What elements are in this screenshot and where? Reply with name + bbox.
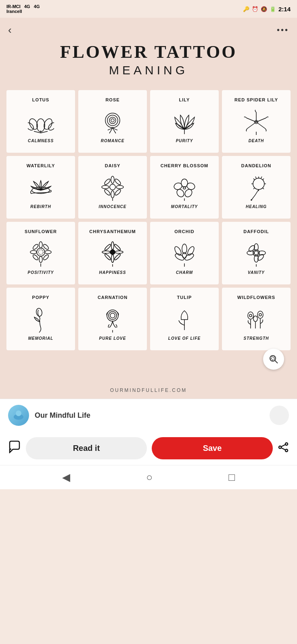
flower-meaning-daffodil: VANITY [248,270,265,275]
profile-area: Our Mindful Life [0,399,297,431]
svg-point-3 [28,121,35,131]
svg-line-102 [275,360,278,363]
svg-point-11 [111,119,114,122]
flower-name-poppy: POPPY [32,292,50,303]
flower-meaning-red-spider-lily: DEATH [249,139,264,143]
flower-svg-carnation [98,305,127,334]
flower-name-orchid: ORCHID [174,226,194,237]
flower-meaning-carnation: PURE LOVE [99,336,126,341]
svg-point-64 [102,251,110,253]
flower-meaning-lily: PURITY [176,139,193,143]
svg-point-65 [115,251,123,253]
svg-point-95 [249,314,252,317]
svg-point-73 [186,245,195,256]
svg-line-110 [281,448,285,450]
bell-off-icon: 🔕 [261,6,267,12]
flower-name-dandelion: DANDELION [241,160,271,171]
flower-svg-daffodil [242,240,270,268]
svg-point-63 [111,255,114,263]
svg-point-52 [39,242,42,248]
credit-text: OURMINDFULLIFE.COM [0,382,297,399]
flower-meaning-sunflower: POSITIVITY [27,270,54,275]
svg-point-22 [111,176,114,183]
svg-line-48 [261,177,262,178]
carrier2-text: Irancell [6,9,40,14]
flower-svg-chrysanthemum [98,240,127,268]
svg-point-75 [184,253,195,261]
svg-point-108 [285,449,288,452]
flower-card-poppy: POPPY MEMORIAL [6,288,75,350]
svg-point-97 [257,311,263,318]
flower-meaning-tulip: LOVE OF LIFE [168,336,201,341]
time-display: 2:14 [278,6,291,13]
svg-point-38 [253,178,264,189]
flower-svg-waterlily [27,174,55,202]
flower-name-daffodil: DAFFODIL [243,226,269,237]
flower-card-wildflowers: WILDFLOWERS [222,288,291,350]
svg-point-94 [248,312,253,319]
flower-name-red-spider-lily: RED SPIDER LILY [234,94,278,105]
flower-card-dandelion: DANDELION [222,156,291,219]
svg-line-44 [263,188,264,189]
svg-point-107 [279,446,281,448]
svg-point-49 [251,200,252,200]
svg-point-66 [104,244,111,251]
lens-icon [268,354,279,364]
profile-avatar [8,405,29,426]
svg-point-68 [113,244,121,251]
flower-card-orchid: ORCHID CHARM [150,222,219,284]
svg-point-67 [113,253,121,261]
read-it-button[interactable]: Read it [26,437,147,459]
home-nav-icon[interactable]: ○ [146,471,153,484]
svg-point-98 [259,314,261,316]
comment-icon [8,440,21,453]
svg-point-53 [39,256,42,263]
svg-point-61 [110,250,115,255]
back-nav-icon[interactable]: ◀ [62,471,70,484]
flower-card-sunflower: SUNFLOWER POSITIVIT [6,222,75,284]
share-button[interactable] [278,442,289,455]
comment-button[interactable] [8,440,21,456]
system-nav-bar: ◀ ○ □ [0,465,297,489]
svg-point-25 [116,185,123,189]
svg-point-106 [285,443,288,445]
back-button[interactable]: ‹ [8,24,12,36]
flower-name-cherry-blossom: CHERRY BLOSSOM [161,160,209,171]
more-button[interactable]: ••• [277,25,289,35]
flower-meaning-dandelion: HEALING [246,204,267,209]
svg-line-43 [253,179,255,180]
flower-card-daffodil: DAFFODIL VANITY [222,222,291,284]
flower-card-rose: ROSE ROMANCE [78,90,147,153]
flower-svg-wildflowers [242,305,270,334]
svg-point-26 [103,178,111,185]
visual-search-button[interactable] [263,349,284,370]
flower-card-chrysanthemum: CHRYSANTHEMUM HAPPINESS [78,222,147,284]
svg-point-0 [37,119,45,132]
svg-point-69 [104,253,111,261]
svg-point-76 [182,253,186,258]
flower-card-waterlily: WATERLILY REBIRTH [6,156,75,219]
svg-point-100 [253,316,257,322]
flower-meaning-poppy: MEMORIAL [28,336,53,341]
flower-svg-dandelion [242,174,270,202]
bottom-action-bar: Read it Save [0,431,297,465]
flower-meaning-rose: ROMANCE [101,139,125,143]
header-nav: ‹ ••• [8,22,289,42]
svg-point-51 [38,250,43,255]
recents-nav-icon[interactable]: □ [228,471,235,484]
flower-svg-rose [98,108,127,136]
svg-point-89 [109,311,117,320]
battery-icon: 🔋 [270,6,276,12]
flower-meaning-chrysanthemum: HAPPINESS [99,270,126,275]
flower-svg-lily [170,108,199,136]
svg-line-47 [255,177,256,178]
svg-point-10 [109,117,116,124]
flower-svg-cherry-blossom [170,174,199,202]
flower-meaning-daisy: INNOCENCE [98,204,126,209]
status-icons: 🔑 ⏰ 🔕 🔋 2:14 [243,6,291,13]
save-button[interactable]: Save [152,437,273,459]
share-icon [278,442,289,453]
grid-wrapper: LOTUS CALMNESS ROSE [0,85,297,382]
page-title-line2: MEANING [8,63,289,77]
profile-follow-button[interactable] [270,406,289,425]
